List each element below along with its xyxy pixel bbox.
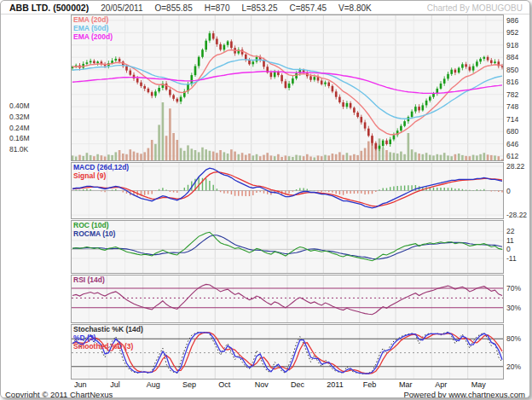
svg-text:Sep: Sep — [182, 380, 196, 389]
svg-text:11: 11 — [506, 236, 514, 245]
chart-footer: Copyright © 2011 ChartNexus Powered by w… — [1, 390, 529, 398]
svg-text:20%: 20% — [506, 362, 521, 371]
svg-text:28.22: 28.22 — [506, 162, 525, 171]
svg-text:22: 22 — [506, 227, 515, 235]
svg-text:748: 748 — [506, 102, 518, 111]
svg-text:70%: 70% — [506, 284, 521, 293]
svg-text:Mar: Mar — [399, 380, 413, 389]
svg-text:EMA (50d): EMA (50d) — [73, 24, 108, 32]
svg-text:0: 0 — [506, 245, 511, 253]
svg-text:2011: 2011 — [327, 380, 343, 389]
svg-text:0.40M: 0.40M — [9, 101, 30, 110]
svg-text:-11: -11 — [506, 254, 517, 263]
svg-text:Dec: Dec — [291, 380, 305, 389]
svg-text:Nov: Nov — [255, 380, 269, 389]
svg-text:EMA (20d): EMA (20d) — [73, 15, 108, 24]
svg-text:ROC (10d): ROC (10d) — [73, 221, 109, 229]
svg-text:Stochastic %K (14d): Stochastic %K (14d) — [73, 325, 143, 333]
svg-text:%D (3): %D (3) — [73, 333, 96, 342]
charted-by-label: Charted By MOBUGOBU — [427, 3, 523, 13]
svg-text:646: 646 — [506, 140, 518, 148]
svg-text:May: May — [471, 380, 487, 389]
svg-text:612: 612 — [506, 152, 518, 160]
svg-text:Signal (9): Signal (9) — [73, 171, 106, 180]
svg-text:952: 952 — [506, 28, 518, 37]
volume-value: V=8.80K — [338, 3, 372, 13]
panel-stoch[interactable]: 80%20%Stochastic %K (14d)%D (3)Smoothed … — [72, 325, 522, 380]
high-value: H=870 — [205, 3, 230, 13]
symbol-label: ABB LTD. (500002) — [9, 3, 89, 13]
svg-text:EMA (200d): EMA (200d) — [73, 32, 113, 41]
svg-text:Aug: Aug — [147, 380, 160, 389]
svg-text:0: 0 — [506, 187, 511, 195]
svg-text:Jul: Jul — [110, 380, 120, 389]
chart-header: ABB LTD. (500002) 20/05/2011 O=855.85 H=… — [1, 1, 529, 14]
svg-text:0.24M: 0.24M — [9, 124, 30, 132]
panel-roc[interactable]: 22110-11ROC (10d)ROCMA (10) — [72, 221, 517, 274]
svg-text:80%: 80% — [506, 334, 521, 343]
svg-text:81.0K: 81.0K — [9, 145, 29, 154]
svg-text:0.32M: 0.32M — [9, 113, 30, 121]
panel-price[interactable]: 0.40M0.32M0.24M0.16M81.0K986952918884850… — [9, 15, 518, 161]
svg-text:918: 918 — [506, 41, 518, 49]
svg-text:Oct: Oct — [218, 380, 231, 389]
svg-text:-28.22: -28.22 — [506, 211, 527, 219]
svg-text:Apr: Apr — [435, 380, 447, 389]
date-label: 20/05/2011 — [101, 3, 142, 13]
month-axis: JunJulAugSepOctNovDec2011FebMarAprMay — [74, 380, 486, 389]
svg-text:30%: 30% — [506, 304, 521, 312]
svg-text:MACD (26d,12d): MACD (26d,12d) — [73, 163, 129, 171]
svg-text:850: 850 — [506, 66, 518, 74]
chart-plot-area[interactable]: 0.40M0.32M0.24M0.16M81.0K986952918884850… — [1, 14, 530, 390]
svg-text:ROCMA (10): ROCMA (10) — [73, 229, 115, 238]
svg-text:986: 986 — [506, 16, 518, 25]
panel-rsi[interactable]: 70%30%RSI (14d) — [72, 275, 522, 323]
svg-text:816: 816 — [506, 78, 518, 86]
low-value: L=853.25 — [241, 3, 277, 13]
svg-text:782: 782 — [506, 90, 518, 99]
chartnexus-window: ABB LTD. (500002) 20/05/2011 O=855.85 H=… — [0, 0, 530, 398]
svg-text:RSI (14d): RSI (14d) — [73, 275, 105, 284]
svg-text:0.16M: 0.16M — [9, 134, 30, 142]
svg-text:Jun: Jun — [74, 380, 87, 389]
svg-text:Feb: Feb — [363, 380, 377, 389]
svg-text:884: 884 — [506, 53, 518, 61]
copyright-label: Copyright © 2011 ChartNexus — [5, 390, 113, 399]
svg-text:Smoothed %D (3): Smoothed %D (3) — [73, 342, 134, 351]
panel-macd[interactable]: 28.220-28.22MACD (26d,12d)Signal (9) — [72, 162, 528, 219]
svg-text:680: 680 — [506, 127, 518, 136]
open-value: O=855.85 — [154, 3, 192, 13]
powered-by-link[interactable]: Powered by www.chartnexus.com — [403, 390, 525, 399]
close-value: C=857.45 — [289, 3, 327, 13]
svg-text:714: 714 — [506, 115, 518, 124]
